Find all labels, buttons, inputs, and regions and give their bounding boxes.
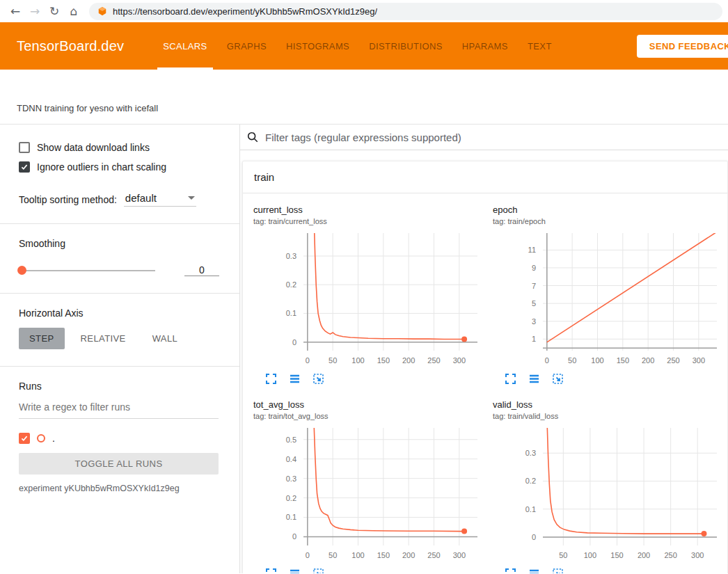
data-table-icon[interactable] <box>287 373 301 387</box>
fit-domain-icon[interactable] <box>551 373 564 387</box>
fit-domain-icon[interactable] <box>551 568 564 573</box>
fullscreen-icon[interactable] <box>503 373 517 387</box>
url-text: https://tensorboard.dev/experiment/yKUbh… <box>113 6 377 17</box>
section-title[interactable]: train <box>243 161 727 193</box>
chart-title: epoch <box>493 205 725 215</box>
address-bar[interactable]: https://tensorboard.dev/experiment/yKUbh… <box>89 3 722 20</box>
forward-icon[interactable]: → <box>25 0 45 22</box>
chart-card-valid-loss: valid_loss tag: train/valid_loss 00.10.2… <box>493 399 725 573</box>
divider <box>0 366 239 367</box>
horizontal-axis-buttons: STEP RELATIVE WALL <box>19 328 219 349</box>
tab-distributions[interactable]: DISTRIBUTIONS <box>359 22 452 70</box>
run-row[interactable]: . <box>19 433 219 444</box>
svg-text:0.5: 0.5 <box>286 436 296 444</box>
chart-title: current_loss <box>253 205 486 215</box>
tab-text[interactable]: TEXT <box>518 22 562 70</box>
axis-relative-button[interactable]: RELATIVE <box>70 328 136 349</box>
svg-text:300: 300 <box>453 551 466 559</box>
app-header: TensorBoard.dev SCALARS GRAPHS HISTOGRAM… <box>0 22 728 70</box>
chart-card-current-loss: current_loss tag: train/current_loss 00.… <box>253 205 486 394</box>
smoothing-slider[interactable] <box>19 270 155 271</box>
svg-text:11: 11 <box>528 246 536 254</box>
show-download-links-label: Show data download links <box>37 142 150 153</box>
svg-text:3: 3 <box>532 317 536 326</box>
svg-text:150: 150 <box>610 551 623 559</box>
line-chart[interactable]: 00.10.20.30.40.5050100150200250300 <box>253 424 483 564</box>
home-icon[interactable]: ⌂ <box>64 0 84 22</box>
chart-card-tot-avg-loss: tot_avg_loss tag: train/tot_avg_loss 00.… <box>253 399 486 573</box>
tab-histograms[interactable]: HISTOGRAMS <box>276 22 359 70</box>
smoothing-slider-thumb[interactable] <box>17 266 26 275</box>
refresh-icon[interactable]: ↻ <box>45 0 64 22</box>
fullscreen-icon[interactable] <box>264 373 278 387</box>
back-icon[interactable]: ← <box>6 0 25 22</box>
svg-text:100: 100 <box>584 551 596 559</box>
tooltip-sorting-select[interactable]: default <box>124 192 196 207</box>
line-chart[interactable]: 00.10.20.3050100150200250300 <box>253 230 483 369</box>
svg-text:0: 0 <box>292 338 296 346</box>
ignore-outliers-row[interactable]: Ignore outliers in chart scaling <box>19 161 219 173</box>
tag-filter-input[interactable] <box>265 131 728 143</box>
run-checkbox[interactable] <box>19 433 30 444</box>
chart-tag: tag: train/valid_loss <box>493 412 725 420</box>
fit-domain-icon[interactable] <box>311 373 325 387</box>
show-download-links-row[interactable]: Show data download links <box>19 142 219 153</box>
svg-text:50: 50 <box>568 356 576 365</box>
tab-scalars[interactable]: SCALARS <box>153 22 217 70</box>
svg-text:0.4: 0.4 <box>286 455 296 463</box>
axis-step-button[interactable]: STEP <box>19 328 65 349</box>
run-name: . <box>52 433 55 444</box>
tooltip-sorting-row: Tooltip sorting method: default <box>19 192 219 207</box>
smoothing-value-input[interactable] <box>184 264 219 276</box>
svg-text:0.1: 0.1 <box>525 505 536 513</box>
toggle-all-runs-button[interactable]: TOGGLE ALL RUNS <box>19 453 219 475</box>
run-color-swatch <box>37 434 45 443</box>
fit-domain-icon[interactable] <box>311 568 325 573</box>
svg-text:100: 100 <box>351 551 364 559</box>
svg-text:100: 100 <box>351 356 364 365</box>
svg-text:0: 0 <box>306 356 310 365</box>
show-download-links-checkbox[interactable] <box>19 142 30 153</box>
runs-filter-input[interactable] <box>19 399 219 419</box>
svg-text:250: 250 <box>427 356 440 365</box>
chart-actions <box>253 369 486 394</box>
line-chart[interactable]: 1357911050100150200250300 <box>493 230 722 369</box>
ignore-outliers-checkbox[interactable] <box>19 161 30 173</box>
line-chart[interactable]: 00.10.20.350100150200250300 <box>493 424 722 564</box>
svg-text:300: 300 <box>691 551 704 559</box>
fullscreen-icon[interactable] <box>503 568 517 573</box>
axis-wall-button[interactable]: WALL <box>142 328 189 349</box>
svg-text:0.2: 0.2 <box>286 280 296 289</box>
tooltip-sorting-label: Tooltip sorting method: <box>19 194 117 207</box>
horizontal-axis-label: Horizontal Axis <box>19 308 219 319</box>
svg-text:250: 250 <box>664 551 676 559</box>
svg-text:0.2: 0.2 <box>525 477 536 485</box>
smoothing-label: Smoothing <box>19 238 219 249</box>
divider <box>0 223 239 224</box>
fullscreen-icon[interactable] <box>264 568 278 573</box>
brand-logo[interactable]: TensorBoard.dev <box>17 22 124 70</box>
chart-tag: tag: train/tot_avg_loss <box>253 412 486 420</box>
settings-sidebar: Show data download links Ignore outliers… <box>0 125 240 573</box>
tab-graphs[interactable]: GRAPHS <box>217 22 276 70</box>
svg-text:300: 300 <box>453 356 466 365</box>
train-section-card: train current_loss tag: train/current_lo… <box>242 161 728 573</box>
browser-toolbar: ← → ↻ ⌂ https://tensorboard.dev/experime… <box>0 0 728 22</box>
search-icon <box>246 131 259 143</box>
chart-actions <box>493 564 725 573</box>
ignore-outliers-label: Ignore outliers in chart scaling <box>37 161 166 173</box>
svg-text:0.1: 0.1 <box>286 513 296 521</box>
svg-text:0: 0 <box>532 533 536 541</box>
svg-text:0.3: 0.3 <box>286 252 296 260</box>
data-table-icon[interactable] <box>287 568 301 573</box>
tab-hparams[interactable]: HPARAMS <box>452 22 518 70</box>
send-feedback-button[interactable]: SEND FEEDBACK <box>637 35 728 58</box>
data-table-icon[interactable] <box>527 568 541 573</box>
divider <box>0 293 239 294</box>
svg-text:150: 150 <box>377 551 390 559</box>
smoothing-row <box>19 264 219 276</box>
data-table-icon[interactable] <box>527 373 541 387</box>
svg-text:150: 150 <box>617 356 629 365</box>
check-icon <box>20 434 29 443</box>
svg-text:150: 150 <box>377 356 390 365</box>
